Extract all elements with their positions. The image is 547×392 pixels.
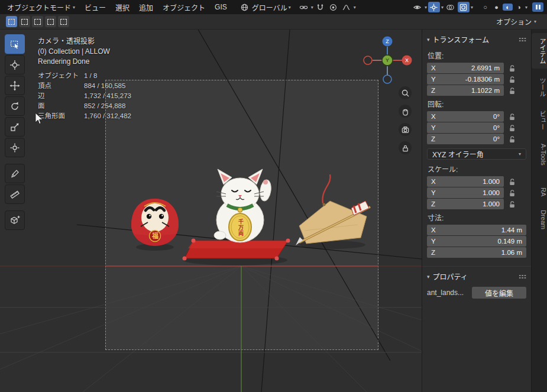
location-z-field[interactable]: Z1.1022 m — [427, 85, 504, 96]
tab-view-label: ビュー — [532, 111, 547, 130]
shading-material-icon[interactable]: ◐ — [503, 4, 513, 11]
viewport-toggles-group: ▾ ▾ ▾ ○ ● ◐ ◑ ▾ — [412, 2, 543, 12]
lock-icon[interactable] — [508, 124, 516, 132]
falloff-curve-icon[interactable] — [341, 2, 352, 12]
lock-view-icon[interactable] — [399, 141, 412, 154]
rotation-z-field[interactable]: Z0° — [427, 134, 504, 144]
stat-label: 辺 — [38, 91, 84, 101]
lock-icon[interactable] — [508, 76, 516, 83]
rotation-x-field[interactable]: X0° — [427, 111, 504, 122]
tool-select-box[interactable] — [5, 34, 25, 54]
menu-object[interactable]: オブジェクト — [158, 1, 210, 14]
lock-icon[interactable] — [508, 113, 516, 121]
chevron-down-icon: ▾ — [525, 5, 527, 10]
axis-label: X — [431, 226, 440, 234]
menu-gis[interactable]: GIS — [210, 2, 232, 12]
gizmo-axis-x-neg[interactable] — [364, 56, 372, 64]
rotation-mode-dropdown[interactable]: XYZ オイラー角 ▾ — [427, 148, 526, 160]
scale-z-field[interactable]: Z1.000 — [427, 199, 504, 209]
snap-magnet-icon[interactable] — [315, 2, 326, 12]
dimensions-x-field[interactable]: X1.44 m — [427, 225, 526, 235]
tool-add-cube[interactable] — [5, 210, 25, 230]
gizmo-y-label: Y — [386, 57, 389, 63]
menu-object-label: オブジェクト — [163, 2, 205, 12]
axis-label: X — [431, 178, 440, 185]
axis-value: 1.000 — [483, 189, 500, 196]
stat-label: 面 — [38, 101, 84, 111]
lock-icon[interactable] — [508, 64, 516, 72]
lock-icon[interactable] — [508, 189, 516, 197]
pan-hand-icon[interactable] — [399, 105, 412, 118]
lock-icon[interactable] — [508, 200, 516, 208]
tool-transform[interactable] — [5, 138, 25, 157]
dimensions-y-field[interactable]: Y0.149 m — [427, 236, 526, 247]
select-mode-invert-icon[interactable] — [45, 16, 56, 27]
panel-grip-icon[interactable] — [519, 37, 526, 42]
chevron-down-icon: ▾ — [441, 5, 444, 10]
proportional-edit-icon[interactable] — [328, 2, 339, 12]
shading-wireframe-icon[interactable]: ○ — [480, 4, 490, 11]
transform-panel-header[interactable]: ▾ トランスフォーム — [422, 30, 531, 47]
properties-panel-header[interactable]: ▾ プロパティ — [422, 267, 531, 284]
lock-icon[interactable] — [508, 87, 516, 95]
viewport-controls — [399, 86, 412, 154]
select-mode-intersect-icon[interactable] — [58, 16, 69, 27]
axis-label: Y — [431, 76, 440, 83]
scale-label: スケール: — [422, 161, 531, 176]
orientation-globe-icon — [239, 2, 251, 12]
tab-dream[interactable]: Dream — [532, 205, 547, 234]
tab-a-tools[interactable]: A-Tools — [532, 139, 547, 170]
orientation-group[interactable]: グローバル ▾ — [239, 2, 291, 12]
shading-rendered-icon[interactable]: ◑ — [514, 4, 524, 11]
options-dropdown[interactable]: オプション ▾ — [496, 17, 541, 27]
dimensions-z-field[interactable]: Z1.06 m — [427, 247, 526, 258]
select-mode-set-icon[interactable] — [6, 16, 17, 27]
scale-y-field[interactable]: Y1.000 — [427, 187, 504, 198]
camera-view-icon[interactable] — [399, 123, 412, 136]
viewport-3d[interactable]: 福 千万両 カメラ・透視投影 (0) Collection | ALLOW Re… — [0, 30, 422, 392]
tab-view[interactable]: ビュー — [532, 106, 547, 135]
gizmo-axis-z-neg[interactable] — [383, 75, 391, 83]
location-x-field[interactable]: X2.6991 m — [427, 63, 504, 73]
tab-item[interactable]: アイテム — [532, 33, 547, 69]
tool-annotate[interactable] — [5, 164, 25, 183]
tab-tool[interactable]: ツール — [532, 73, 547, 102]
shading-solid-icon[interactable]: ● — [491, 4, 501, 11]
tool-move[interactable] — [5, 76, 25, 95]
tool-rotate[interactable] — [5, 96, 25, 116]
rotation-label: 回転: — [422, 96, 531, 111]
menu-view[interactable]: ビュー — [80, 1, 111, 14]
axis-label: Z — [431, 200, 440, 208]
lock-icon[interactable] — [508, 178, 516, 186]
location-y-field[interactable]: Y-0.18306 m — [427, 74, 504, 85]
stat-value: 1 / 8 — [84, 71, 97, 81]
xray-toggle-icon[interactable] — [458, 2, 470, 12]
menu-add[interactable]: 追加 — [134, 1, 158, 14]
panel-grip-icon[interactable] — [519, 274, 526, 279]
menu-select[interactable]: 選択 — [111, 1, 134, 14]
tool-measure[interactable] — [5, 184, 25, 204]
tab-ra[interactable]: RA — [532, 183, 547, 201]
snap-target-icon[interactable] — [298, 2, 310, 12]
scale-x-field[interactable]: X1.000 — [427, 176, 504, 187]
coin-kanji: 千万両 — [236, 213, 245, 242]
stat-label: オブジェクト — [38, 71, 84, 81]
select-mode-subtract-icon[interactable] — [32, 16, 43, 27]
axis-value: 0.149 m — [497, 238, 522, 245]
pause-button[interactable] — [532, 2, 543, 12]
select-mode-extend-icon[interactable] — [19, 16, 30, 27]
tool-cursor[interactable] — [5, 55, 25, 74]
zoom-icon[interactable] — [399, 86, 412, 99]
rotation-y-row: Y0° — [422, 122, 531, 133]
tool-scale[interactable] — [5, 117, 25, 137]
gizmos-toggle-icon[interactable] — [428, 2, 440, 12]
rotation-y-field[interactable]: Y0° — [427, 122, 504, 133]
lock-icon[interactable] — [508, 135, 516, 143]
scale-y-row: Y1.000 — [422, 187, 531, 198]
menu-object-mode[interactable]: オブジェクトモード▾ — [2, 1, 80, 14]
chevron-down-icon: ▾ — [519, 151, 521, 157]
navigation-gizmo[interactable]: Z X Y — [355, 33, 420, 88]
edit-value-button[interactable]: 値を編集 — [472, 287, 526, 299]
visibility-eye-icon[interactable] — [412, 2, 423, 12]
overlays-toggle-icon[interactable] — [445, 2, 457, 12]
